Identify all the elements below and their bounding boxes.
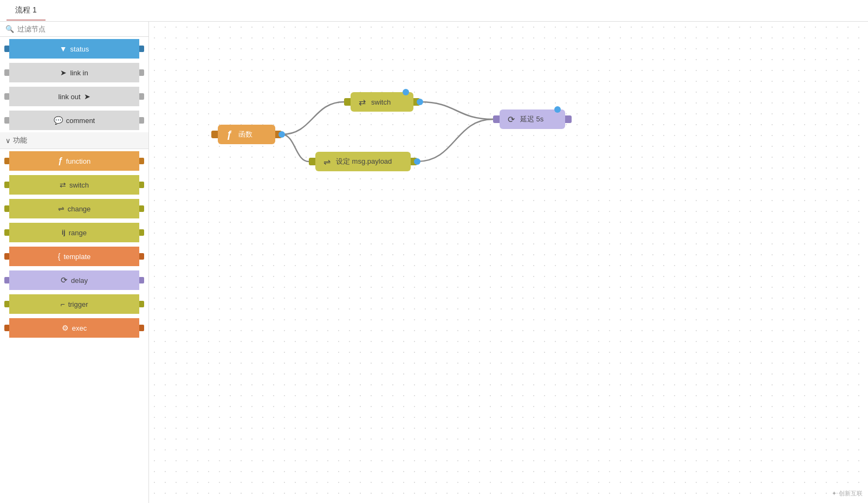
- fn-label-hansu: 函数: [238, 130, 252, 139]
- node-body-function: ƒ function: [9, 151, 139, 171]
- flow-node-switch[interactable]: ⇄ switch: [344, 92, 420, 112]
- node-body-template: { template: [9, 247, 139, 266]
- node-label-template: template: [63, 253, 90, 261]
- fn-icon-sheding: ⇌: [321, 156, 333, 167]
- node-port-right-delay: [139, 277, 144, 283]
- template-icon: {: [58, 252, 61, 261]
- node-label-range: range: [69, 229, 87, 237]
- node-label-link-in: link in: [70, 69, 88, 77]
- node-label-trigger: trigger: [68, 300, 88, 308]
- fn-port-left-switch: [344, 98, 351, 106]
- search-icon: 🔍: [5, 25, 14, 33]
- node-port-right-switch: [139, 182, 144, 188]
- search-input[interactable]: [17, 25, 143, 33]
- node-label-change: change: [68, 205, 91, 213]
- fn-port-right-delay: [565, 115, 572, 123]
- node-label-delay: delay: [71, 276, 88, 285]
- node-body-status: ▼ status: [9, 39, 139, 59]
- delay-icon: ⟳: [61, 275, 68, 285]
- node-body-exec: ⚙ exec: [9, 318, 139, 338]
- node-item-exec[interactable]: ⚙ exec: [4, 318, 144, 338]
- node-item-link-out[interactable]: link out ➤: [4, 87, 144, 106]
- node-item-link-in[interactable]: ➤ link in: [4, 63, 144, 82]
- node-item-status[interactable]: ▼ status: [4, 39, 144, 59]
- node-item-template[interactable]: { template: [4, 247, 144, 266]
- link-out-icon: ➤: [84, 92, 90, 101]
- header: 流程 1: [0, 0, 868, 22]
- node-label-comment: comment: [66, 117, 95, 125]
- node-port-right-template: [139, 253, 144, 260]
- fn-label-switch: switch: [371, 98, 391, 106]
- fn-port-left-sheding: [309, 158, 315, 165]
- range-icon: ij: [62, 229, 66, 236]
- node-port-right-function: [139, 158, 144, 164]
- port-dot-hansu-right: [278, 131, 285, 138]
- fn-port-left-hansu: [211, 131, 218, 138]
- fn-port-left-delay: [493, 115, 500, 123]
- node-body-range: ij range: [9, 223, 139, 242]
- fn-icon-switch: ⇄: [356, 96, 368, 108]
- flow-node-sheding[interactable]: ⇌ 设定 msg.payload: [309, 152, 417, 171]
- section-label-gongne: 功能: [13, 136, 27, 145]
- node-item-function[interactable]: ƒ function: [4, 151, 144, 171]
- node-body-delay: ⟳ delay: [9, 270, 139, 290]
- status-icon: ▼: [60, 44, 67, 53]
- node-port-right-change: [139, 205, 144, 212]
- port-dot-sheding-right: [414, 158, 420, 165]
- node-label-exec: exec: [72, 324, 87, 332]
- flow-tab[interactable]: 流程 1: [7, 1, 46, 21]
- port-dot-switch-top: [403, 89, 409, 95]
- node-port-right-exec: [139, 325, 144, 331]
- node-label-status: status: [70, 45, 89, 53]
- node-port-right-status: [139, 46, 144, 52]
- node-body-change: ⇌ change: [9, 199, 139, 218]
- node-item-range[interactable]: ij range: [4, 223, 144, 242]
- fn-label-delay: 延迟 5s: [520, 114, 543, 124]
- chevron-down-icon: ∨: [5, 137, 11, 145]
- node-label-link-out: link out: [58, 93, 80, 101]
- node-body-link-out: link out ➤: [9, 87, 139, 106]
- link-in-icon: ➤: [60, 68, 67, 77]
- node-item-change[interactable]: ⇌ change: [4, 199, 144, 218]
- watermark-icon: ✦: [832, 490, 837, 497]
- node-port-right-trigger: [139, 301, 144, 307]
- port-dot-delay-top: [554, 106, 561, 113]
- node-item-switch[interactable]: ⇄ switch: [4, 175, 144, 195]
- node-label-function: function: [66, 157, 91, 165]
- exec-icon: ⚙: [62, 324, 69, 332]
- switch-icon: ⇄: [60, 180, 66, 189]
- fn-body-sheding: ⇌ 设定 msg.payload: [315, 152, 411, 171]
- trigger-icon: ⌐: [60, 300, 64, 308]
- fn-label-sheding: 设定 msg.payload: [336, 157, 392, 166]
- comment-icon: 💬: [54, 116, 63, 125]
- watermark-text: 创新互联: [839, 489, 863, 498]
- change-icon: ⇌: [58, 204, 64, 213]
- section-header-gongne[interactable]: ∨ 功能: [0, 132, 148, 149]
- fn-body-delay: ⟳ 延迟 5s: [500, 109, 565, 129]
- flow-canvas[interactable]: ƒ 函数 ⇄ switch ⇌ 设定 msg.payload: [149, 22, 868, 503]
- node-item-comment[interactable]: 💬 comment: [4, 111, 144, 130]
- fn-body-hansu: ƒ 函数: [218, 125, 275, 144]
- port-dot-switch-right: [417, 99, 423, 105]
- node-item-delay[interactable]: ⟳ delay: [4, 270, 144, 290]
- node-port-right-range: [139, 229, 144, 236]
- flow-node-delay[interactable]: ⟳ 延迟 5s: [493, 109, 572, 129]
- fn-icon-delay: ⟳: [505, 113, 517, 125]
- node-body-trigger: ⌐ trigger: [9, 294, 139, 314]
- flow-node-hansu[interactable]: ƒ 函数: [211, 125, 282, 144]
- node-item-trigger[interactable]: ⌐ trigger: [4, 294, 144, 314]
- main-layout: 🔍 ▼ status ➤ link in link out: [0, 22, 868, 503]
- connections-layer: [149, 22, 868, 503]
- fn-icon-hansu: ƒ: [223, 128, 235, 140]
- function-icon: ƒ: [58, 156, 63, 166]
- node-body-switch: ⇄ switch: [9, 175, 139, 195]
- watermark: ✦ 创新互联: [832, 489, 863, 498]
- node-body-link-in: ➤ link in: [9, 63, 139, 82]
- node-port-right-link-in: [139, 69, 144, 76]
- node-port-right-link-out: [139, 93, 144, 100]
- node-body-comment: 💬 comment: [9, 111, 139, 130]
- search-bar: 🔍: [0, 22, 148, 37]
- node-port-right-comment: [139, 117, 144, 124]
- sidebar: 🔍 ▼ status ➤ link in link out: [0, 22, 149, 503]
- node-label-switch: switch: [69, 181, 89, 189]
